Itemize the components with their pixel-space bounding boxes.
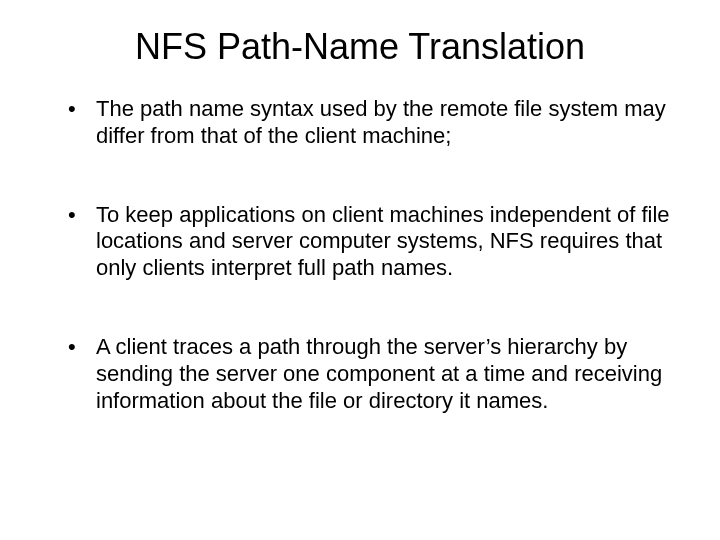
slide: NFS Path-Name Translation The path name … [0, 0, 720, 540]
page-title: NFS Path-Name Translation [50, 26, 670, 68]
list-item: A client traces a path through the serve… [60, 334, 670, 414]
bullet-list: The path name syntax used by the remote … [60, 96, 670, 415]
list-item: The path name syntax used by the remote … [60, 96, 670, 150]
list-item: To keep applications on client machines … [60, 202, 670, 282]
